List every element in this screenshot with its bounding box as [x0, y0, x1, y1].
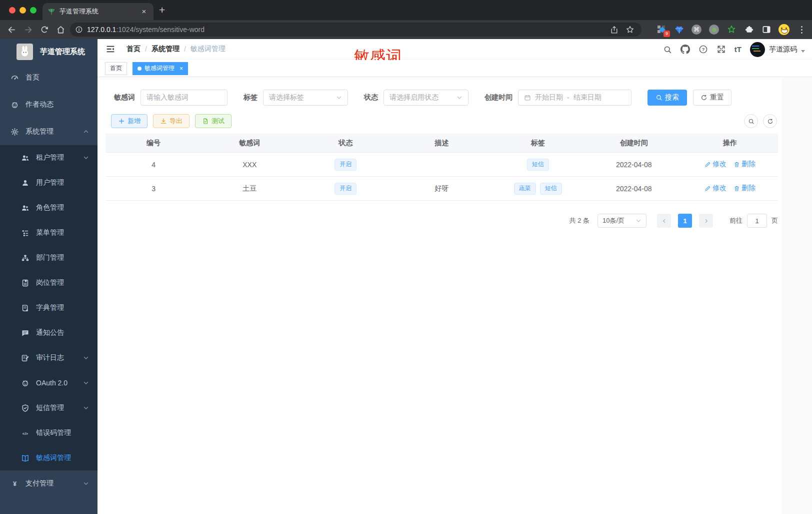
tag-select[interactable]: 请选择标签 — [263, 90, 348, 106]
sidebar-item-dict[interactable]: 字典管理 — [0, 295, 98, 320]
next-page-button[interactable] — [699, 214, 713, 228]
sidebar-item-post[interactable]: 岗位管理 — [0, 270, 98, 295]
info-icon[interactable] — [75, 26, 83, 34]
sidebar-item-user[interactable]: 用户管理 — [0, 170, 98, 195]
sidebar-item-notice[interactable]: 通知公告 — [0, 320, 98, 345]
fullscreen-icon[interactable] — [716, 45, 726, 54]
breadcrumb-system[interactable]: 系统管理 — [152, 45, 180, 54]
address-bar[interactable]: 127.0.0.1:1024/system/sensitive-word — [70, 23, 642, 37]
goto-label: 前往 — [730, 216, 742, 225]
toggle-search-button[interactable] — [744, 114, 758, 128]
test-button[interactable]: 测试 — [195, 114, 232, 128]
sidebar-item-role[interactable]: 角色管理 — [0, 195, 98, 220]
sidebar-item-oauth[interactable]: OAuth 2.0 — [0, 370, 98, 395]
sidebar-item-audit-log[interactable]: 审计日志 — [0, 345, 98, 370]
export-button[interactable]: 导出 — [153, 114, 190, 128]
chevron-down-icon — [456, 95, 462, 101]
browser-tab[interactable]: 芋道管理系统 × — [42, 3, 154, 20]
column-header: 标签 — [490, 139, 586, 148]
hamburger-fold-icon[interactable] — [106, 44, 116, 54]
user-name: 芋道源码 — [769, 45, 797, 54]
delete-link[interactable]: 删除 — [734, 160, 756, 169]
share-icon[interactable] — [610, 26, 618, 34]
user-menu[interactable]: 芋道源码 — [750, 42, 805, 57]
sidebar-item-author-feed[interactable]: 作者动态 — [0, 91, 98, 118]
gear-icon — [10, 128, 19, 136]
bookmark-star-icon[interactable] — [626, 25, 634, 34]
extension-command-icon[interactable]: ⌘ — [691, 24, 702, 35]
sidebar-item-sensitive-word[interactable]: 敏感词管理 — [0, 445, 98, 470]
tree-icon — [21, 229, 30, 237]
tag-home[interactable]: 首页 — [105, 62, 127, 75]
browser-menu-icon[interactable] — [796, 24, 807, 35]
fontsize-icon[interactable]: tT — [734, 45, 742, 54]
tab-title: 芋道管理系统 — [60, 7, 136, 16]
sidebar-item-label: 支付管理 — [26, 479, 54, 488]
breadcrumb-separator: / — [184, 45, 186, 53]
edit-icon — [704, 161, 711, 168]
leaf-favicon — [48, 8, 56, 16]
sidebar-item-dept[interactable]: 部门管理 — [0, 245, 98, 270]
search-icon[interactable] — [663, 45, 672, 54]
puzzle-extensions-icon[interactable] — [744, 24, 754, 35]
refresh-table-button[interactable] — [763, 114, 777, 128]
page-size-select[interactable]: 10条/页 — [598, 214, 646, 228]
url-text[interactable]: 127.0.0.1:1024/system/sensitive-word — [87, 26, 610, 34]
search-icon — [656, 94, 662, 101]
sidebar-item-label: 系统管理 — [26, 127, 54, 136]
page-number-1[interactable]: 1 — [678, 214, 692, 228]
app-logo[interactable]: 芋道管理系统 — [0, 39, 98, 64]
status-label: 状态 — [364, 93, 378, 102]
reset-button[interactable]: 重置 — [693, 90, 732, 106]
keyword-input[interactable]: 请输入敏感词 — [140, 90, 228, 106]
status-select[interactable]: 请选择启用状态 — [384, 90, 468, 106]
sidebar-item-home[interactable]: 首页 — [0, 64, 98, 91]
zoom-window-button[interactable] — [30, 7, 36, 14]
sidebar-item-menu[interactable]: 菜单管理 — [0, 220, 98, 245]
extension-star-icon[interactable] — [726, 24, 737, 35]
status-badge: 开启 — [334, 159, 356, 171]
chevron-up-icon — [83, 129, 89, 135]
extension-gem-icon[interactable] — [674, 24, 684, 35]
tag-sensitive-word[interactable]: 敏感词管理 × — [132, 62, 188, 75]
home-icon[interactable] — [56, 25, 66, 35]
forward-icon[interactable] — [24, 25, 33, 35]
sidebar-item-sms[interactable]: 短信管理 — [0, 395, 98, 420]
extension-record-icon[interactable] — [708, 24, 720, 35]
delete-link[interactable]: 删除 — [734, 184, 756, 193]
add-button[interactable]: 新增 — [111, 114, 148, 128]
green-dot-icon — [712, 28, 716, 32]
extension-grid-icon[interactable]: 9 — [656, 24, 667, 35]
edit-link[interactable]: 修改 — [704, 184, 726, 193]
breadcrumb-home[interactable]: 首页 — [126, 45, 140, 54]
edit-link[interactable]: 修改 — [704, 160, 726, 169]
close-tab-icon[interactable]: × — [140, 7, 148, 16]
goto-page-input[interactable] — [747, 214, 767, 228]
sidebar-item-label: 角色管理 — [36, 203, 64, 212]
close-tag-icon[interactable]: × — [180, 65, 183, 72]
reload-icon[interactable] — [40, 25, 49, 34]
search-icon — [748, 118, 754, 125]
back-icon[interactable] — [7, 25, 16, 35]
sidebar-item-label: 部门管理 — [36, 253, 64, 262]
chevron-down-icon — [83, 155, 89, 161]
question-icon[interactable] — [698, 45, 708, 54]
keyword-label: 敏感词 — [114, 93, 135, 102]
profile-avatar[interactable] — [778, 24, 790, 35]
prev-page-button[interactable] — [657, 214, 671, 228]
macos-window-controls[interactable] — [9, 7, 36, 14]
side-panel-icon[interactable] — [761, 24, 772, 35]
close-window-button[interactable] — [9, 7, 16, 14]
sidebar-item-error-code[interactable]: 错误码管理 — [0, 420, 98, 445]
sidebar-item-system[interactable]: 系统管理 — [0, 118, 98, 145]
sidebar-item-label: 租户管理 — [36, 153, 64, 162]
date-range-picker[interactable]: 开始日期 - 结束日期 — [518, 90, 632, 106]
chevron-right-icon — [704, 218, 709, 224]
new-tab-button[interactable]: + — [159, 4, 165, 16]
sidebar-item-tenant[interactable]: 租户管理 — [0, 145, 98, 170]
chevron-down-icon — [83, 355, 89, 361]
minimize-window-button[interactable] — [20, 7, 26, 14]
github-icon[interactable] — [680, 45, 690, 54]
search-button[interactable]: 搜索 — [648, 90, 687, 106]
sidebar-item-pay[interactable]: 支付管理 — [0, 470, 98, 496]
